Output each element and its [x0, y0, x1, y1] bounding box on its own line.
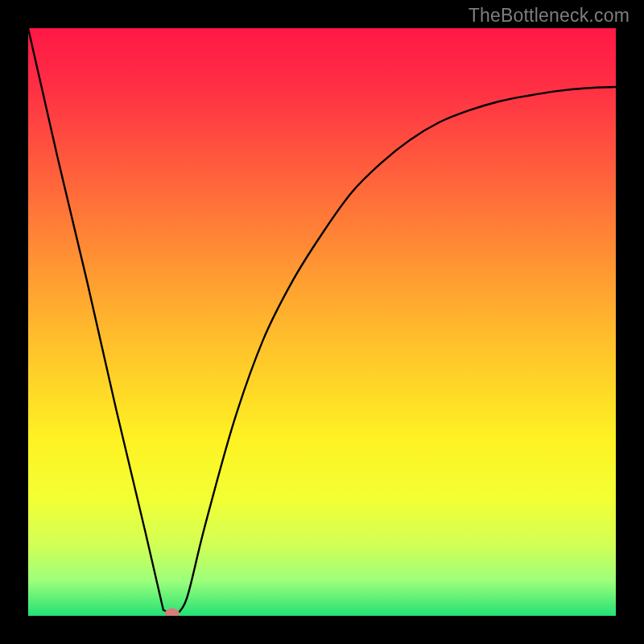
gradient-background — [28, 28, 616, 616]
plot-area — [28, 28, 616, 616]
chart-frame: TheBottleneck.com — [0, 0, 644, 644]
watermark-text: TheBottleneck.com — [469, 5, 630, 27]
chart-svg — [28, 28, 616, 616]
